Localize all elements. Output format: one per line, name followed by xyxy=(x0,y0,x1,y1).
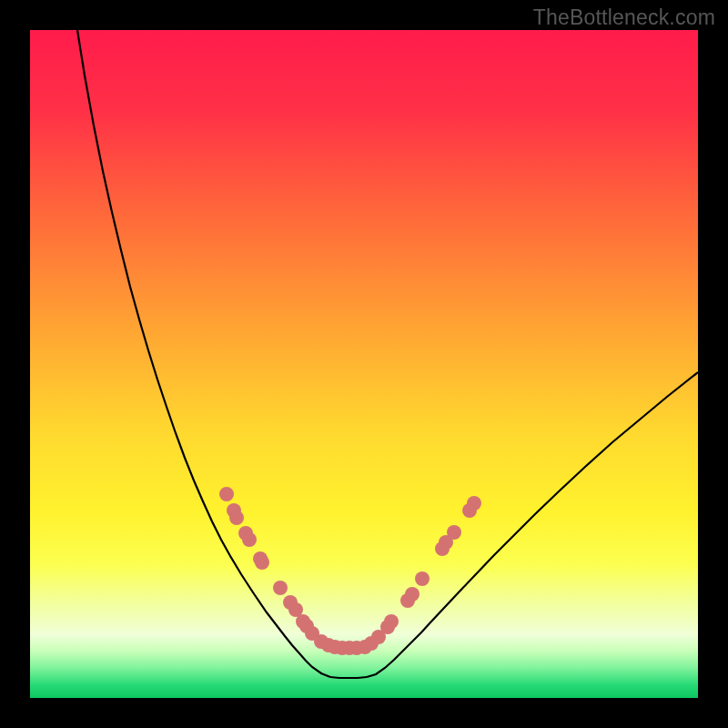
data-marker xyxy=(384,614,399,629)
plot-area xyxy=(30,30,698,698)
curve-layer xyxy=(30,30,698,698)
data-marker xyxy=(242,532,257,547)
data-marker xyxy=(447,525,461,540)
data-marker xyxy=(255,555,269,570)
data-marker xyxy=(229,511,244,525)
data-marker xyxy=(415,571,430,586)
data-marker xyxy=(405,587,420,602)
chart-frame: TheBottleneck.com xyxy=(0,0,728,728)
data-marker xyxy=(273,581,288,595)
baseline-curve xyxy=(330,677,367,678)
watermark-text: TheBottleneck.com xyxy=(533,5,715,30)
data-marker xyxy=(467,496,481,511)
marker-group xyxy=(219,487,481,655)
right-curve xyxy=(367,372,698,677)
left-curve xyxy=(77,30,330,677)
data-marker xyxy=(219,487,234,501)
